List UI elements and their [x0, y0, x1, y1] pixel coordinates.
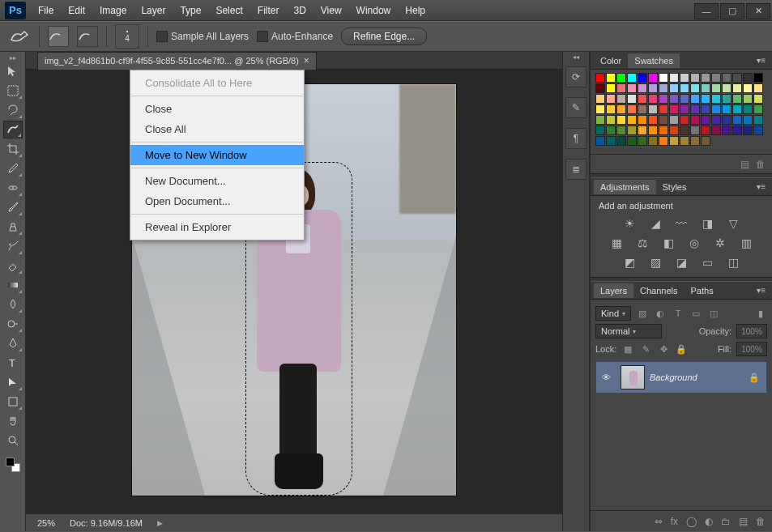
swatch[interactable]	[690, 104, 700, 114]
move-tool[interactable]	[3, 62, 23, 80]
swatch[interactable]	[701, 115, 710, 125]
ctx-reveal-explorer[interactable]: Reveal in Explorer	[130, 217, 304, 237]
swatch[interactable]	[595, 115, 605, 125]
layer-row-background[interactable]: 👁 Background 🔒	[595, 361, 767, 394]
swatch[interactable]	[753, 126, 763, 135]
swatch[interactable]	[627, 73, 637, 83]
swatch[interactable]	[669, 83, 679, 93]
swatch[interactable]	[669, 126, 679, 135]
swatch[interactable]	[701, 104, 710, 114]
swatch[interactable]	[616, 94, 626, 104]
swatch[interactable]	[722, 104, 731, 114]
delete-swatch-icon[interactable]: 🗑	[756, 159, 766, 170]
new-layer-icon[interactable]: ▤	[739, 516, 748, 527]
swatch[interactable]	[616, 73, 626, 83]
swatch[interactable]	[701, 94, 710, 104]
tools-collapse-handle[interactable]: ▸▸	[0, 53, 25, 62]
link-layers-icon[interactable]: ⇔	[655, 516, 663, 527]
swatch[interactable]	[669, 115, 679, 125]
swatch[interactable]	[627, 115, 637, 125]
paragraph-panel-icon[interactable]: ≣	[565, 159, 586, 180]
dock-collapse-handle[interactable]: ◂◂	[563, 53, 589, 62]
swatch[interactable]	[638, 136, 647, 146]
new-group-icon[interactable]: 🗀	[721, 516, 731, 527]
zoom-tool[interactable]	[3, 432, 23, 449]
swatch[interactable]	[648, 94, 658, 104]
selective-color-icon[interactable]: ◫	[726, 256, 740, 269]
posterize-icon[interactable]: ▨	[648, 256, 663, 269]
swatch[interactable]	[595, 73, 605, 83]
dodge-tool[interactable]	[3, 315, 23, 333]
pen-tool[interactable]	[3, 334, 23, 352]
swatch[interactable]	[669, 136, 679, 146]
swatch[interactable]	[722, 94, 731, 104]
swatch[interactable]	[616, 126, 626, 135]
swatch[interactable]	[638, 115, 647, 125]
swatch[interactable]	[659, 83, 668, 93]
swatch[interactable]	[690, 94, 700, 104]
sample-all-layers-checkbox[interactable]: Sample All Layers	[156, 31, 249, 43]
panel-menu-icon[interactable]: ▾≡	[753, 182, 769, 191]
swatch[interactable]	[669, 73, 679, 83]
swatch[interactable]	[606, 136, 616, 146]
swatch[interactable]	[606, 104, 616, 114]
swatch[interactable]	[669, 94, 679, 104]
swatch[interactable]	[595, 104, 605, 114]
new-fill-adj-icon[interactable]: ◐	[705, 516, 713, 527]
swatch[interactable]	[648, 73, 658, 83]
add-to-selection-icon[interactable]	[48, 26, 69, 47]
brush-tool[interactable]	[3, 198, 23, 216]
blend-mode-dropdown[interactable]: Normal▾	[595, 324, 662, 338]
swatch[interactable]	[659, 104, 668, 114]
close-tab-icon[interactable]: ×	[304, 55, 309, 66]
panel-menu-icon[interactable]: ▾≡	[753, 286, 769, 295]
swatch[interactable]	[690, 115, 700, 125]
swatch[interactable]	[711, 83, 721, 93]
auto-enhance-checkbox[interactable]: Auto-Enhance	[257, 31, 333, 43]
black-white-icon[interactable]: ◧	[661, 236, 676, 249]
swatch[interactable]	[701, 136, 710, 146]
swatch[interactable]	[627, 104, 637, 114]
curves-icon[interactable]: 〰	[674, 217, 689, 230]
hue-saturation-icon[interactable]: ▦	[609, 236, 624, 249]
swatch[interactable]	[606, 126, 616, 135]
swatch[interactable]	[753, 115, 763, 125]
swatch[interactable]	[659, 126, 668, 135]
brush-presets-icon[interactable]: ✎	[565, 97, 586, 118]
swatch[interactable]	[743, 73, 753, 83]
swatch[interactable]	[743, 126, 753, 135]
swatch[interactable]	[753, 104, 763, 114]
swatch[interactable]	[753, 83, 763, 93]
visibility-icon[interactable]: 👁	[596, 372, 616, 382]
swatch[interactable]	[711, 104, 721, 114]
channel-mixer-icon[interactable]: ✲	[713, 236, 727, 249]
color-balance-icon[interactable]: ⚖	[635, 236, 650, 249]
refine-edge-button[interactable]: Refine Edge...	[341, 28, 427, 45]
filter-toggle-icon[interactable]: ▮	[754, 307, 767, 320]
color-lookup-icon[interactable]: ▥	[739, 236, 753, 249]
swatch[interactable]	[627, 83, 637, 93]
swatch[interactable]	[680, 94, 689, 104]
foreground-background-colors[interactable]	[3, 456, 23, 474]
levels-icon[interactable]: ◢	[648, 217, 663, 230]
lock-all-icon[interactable]: 🔒	[675, 343, 688, 355]
swatch[interactable]	[595, 83, 605, 93]
filter-type-icon[interactable]: T	[672, 307, 685, 320]
lasso-tool[interactable]	[3, 101, 23, 119]
menu-image[interactable]: Image	[92, 2, 134, 19]
swatch[interactable]	[753, 94, 763, 104]
gradient-tool[interactable]	[3, 276, 23, 294]
swatch[interactable]	[732, 73, 742, 83]
filter-pixel-icon[interactable]: ▧	[636, 307, 649, 320]
swatch[interactable]	[638, 126, 647, 135]
layer-mask-icon[interactable]: ◯	[686, 516, 697, 527]
swatch[interactable]	[680, 104, 689, 114]
swatch[interactable]	[616, 104, 626, 114]
menu-edit[interactable]: Edit	[61, 2, 92, 19]
tab-layers[interactable]: Layers	[594, 283, 633, 298]
new-swatch-icon[interactable]: ▤	[740, 159, 749, 170]
swatch[interactable]	[722, 126, 731, 135]
hand-tool[interactable]	[3, 412, 23, 430]
filter-adjustment-icon[interactable]: ◐	[654, 307, 667, 320]
layer-name[interactable]: Background	[650, 372, 697, 382]
